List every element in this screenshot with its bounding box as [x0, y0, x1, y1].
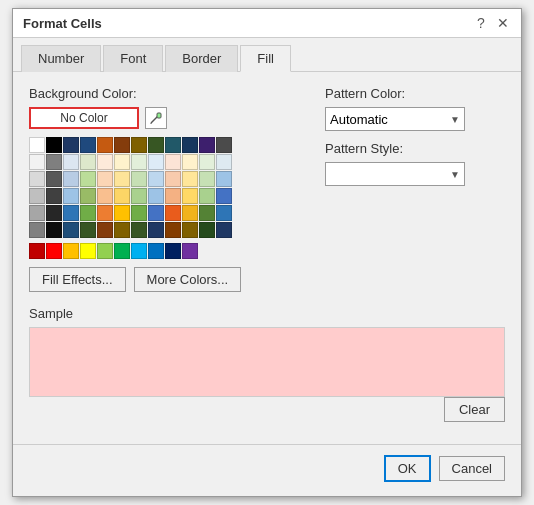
color-cell[interactable] [114, 154, 130, 170]
color-cell[interactable] [216, 222, 232, 238]
pattern-style-dropdown[interactable]: ▼ [325, 162, 465, 186]
color-cell[interactable] [165, 243, 181, 259]
color-cell[interactable] [165, 188, 181, 204]
color-cell[interactable] [182, 222, 198, 238]
color-cell[interactable] [63, 188, 79, 204]
color-cell[interactable] [148, 222, 164, 238]
color-cell[interactable] [46, 188, 62, 204]
color-cell[interactable] [97, 222, 113, 238]
color-cell[interactable] [199, 188, 215, 204]
color-cell[interactable] [216, 205, 232, 221]
color-cell[interactable] [29, 171, 45, 187]
pattern-style-dropdown-arrow: ▼ [450, 169, 460, 180]
color-cell[interactable] [165, 154, 181, 170]
color-cell[interactable] [131, 205, 147, 221]
color-cell[interactable] [80, 137, 96, 153]
color-cell[interactable] [148, 154, 164, 170]
cancel-button[interactable]: Cancel [439, 456, 505, 481]
color-cell[interactable] [148, 205, 164, 221]
color-cell[interactable] [114, 205, 130, 221]
color-cell[interactable] [46, 222, 62, 238]
color-cell[interactable] [148, 171, 164, 187]
color-cell[interactable] [216, 154, 232, 170]
color-cell[interactable] [216, 171, 232, 187]
color-cell[interactable] [80, 243, 96, 259]
color-cell[interactable] [46, 205, 62, 221]
color-cell[interactable] [199, 222, 215, 238]
color-picker-icon[interactable] [145, 107, 167, 129]
color-cell[interactable] [97, 154, 113, 170]
color-cell[interactable] [80, 205, 96, 221]
color-cell[interactable] [80, 154, 96, 170]
color-cell[interactable] [46, 171, 62, 187]
color-cell[interactable] [165, 205, 181, 221]
color-cell[interactable] [199, 205, 215, 221]
color-cell[interactable] [148, 188, 164, 204]
color-cell[interactable] [29, 205, 45, 221]
color-cell[interactable] [29, 222, 45, 238]
color-cell[interactable] [182, 243, 198, 259]
more-colors-button[interactable]: More Colors... [134, 267, 242, 292]
color-cell[interactable] [131, 243, 147, 259]
color-cell[interactable] [131, 154, 147, 170]
color-cell[interactable] [148, 137, 164, 153]
color-cell[interactable] [63, 137, 79, 153]
no-color-row: No Color [29, 107, 301, 129]
color-cell[interactable] [80, 222, 96, 238]
color-cell[interactable] [80, 188, 96, 204]
color-cell[interactable] [131, 171, 147, 187]
pattern-color-dropdown[interactable]: Automatic ▼ [325, 107, 465, 131]
color-cell[interactable] [216, 137, 232, 153]
no-color-button[interactable]: No Color [29, 107, 139, 129]
color-cell[interactable] [182, 188, 198, 204]
tab-font[interactable]: Font [103, 45, 163, 72]
tab-number[interactable]: Number [21, 45, 101, 72]
color-cell[interactable] [97, 188, 113, 204]
sample-preview [29, 327, 505, 397]
color-cell[interactable] [46, 154, 62, 170]
color-cell[interactable] [165, 171, 181, 187]
color-cell[interactable] [29, 154, 45, 170]
color-cell[interactable] [63, 171, 79, 187]
color-cell[interactable] [63, 222, 79, 238]
color-cell[interactable] [46, 243, 62, 259]
color-cell[interactable] [199, 137, 215, 153]
color-cell[interactable] [182, 137, 198, 153]
color-cell[interactable] [80, 171, 96, 187]
color-cell[interactable] [29, 188, 45, 204]
color-cell[interactable] [148, 243, 164, 259]
color-cell[interactable] [114, 137, 130, 153]
fill-effects-button[interactable]: Fill Effects... [29, 267, 126, 292]
color-cell[interactable] [63, 154, 79, 170]
tab-border[interactable]: Border [165, 45, 238, 72]
color-cell[interactable] [29, 137, 45, 153]
color-cell[interactable] [97, 243, 113, 259]
color-cell[interactable] [182, 205, 198, 221]
color-cell[interactable] [114, 188, 130, 204]
color-cell[interactable] [114, 171, 130, 187]
close-button[interactable]: ✕ [495, 15, 511, 31]
color-cell[interactable] [199, 171, 215, 187]
color-cell[interactable] [165, 137, 181, 153]
color-cell[interactable] [29, 243, 45, 259]
color-cell[interactable] [63, 205, 79, 221]
color-cell[interactable] [216, 188, 232, 204]
clear-button[interactable]: Clear [444, 397, 505, 422]
color-cell[interactable] [97, 171, 113, 187]
color-cell[interactable] [182, 154, 198, 170]
color-cell[interactable] [97, 137, 113, 153]
color-cell[interactable] [114, 243, 130, 259]
tab-fill[interactable]: Fill [240, 45, 291, 72]
color-cell[interactable] [114, 222, 130, 238]
help-button[interactable]: ? [473, 15, 489, 31]
color-cell[interactable] [165, 222, 181, 238]
color-cell[interactable] [131, 137, 147, 153]
color-cell[interactable] [131, 188, 147, 204]
color-cell[interactable] [199, 154, 215, 170]
color-cell[interactable] [97, 205, 113, 221]
color-cell[interactable] [63, 243, 79, 259]
color-cell[interactable] [46, 137, 62, 153]
color-cell[interactable] [131, 222, 147, 238]
color-cell[interactable] [182, 171, 198, 187]
ok-button[interactable]: OK [384, 455, 431, 482]
